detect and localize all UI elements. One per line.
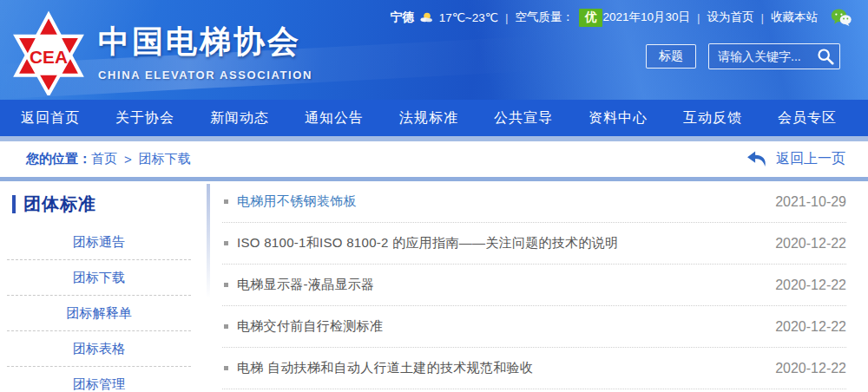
article-link[interactable]: 电梯 自动扶梯和自动人行道土建的技术规范和验收 — [237, 360, 533, 376]
nav-item-news[interactable]: 新闻动态 — [210, 109, 269, 127]
bullet-icon — [224, 199, 228, 204]
topbar-separator: | — [760, 11, 764, 24]
search-input[interactable] — [709, 44, 812, 69]
breadcrumb-bar: 您的位置： 首页 > 团标下载 返回上一页 — [0, 141, 868, 177]
list-item: 电梯显示器-液晶显示器 2020-12-22 — [222, 265, 846, 306]
sidebar: 团体标准 团标通告 团标下载 团标解释单 团标表格 团标管理 — [0, 181, 208, 392]
nav-item-members[interactable]: 会员专区 — [778, 109, 837, 127]
search-box — [708, 43, 840, 69]
article-link[interactable]: 电梯用不锈钢装饰板 — [237, 193, 357, 210]
article-date: 2021-10-29 — [775, 194, 846, 210]
search-field-select[interactable]: 标题 — [646, 44, 696, 69]
weather-temp: 17℃~23℃ — [439, 10, 498, 24]
bullet-icon — [224, 283, 228, 287]
bullet-icon — [224, 324, 228, 329]
cea-logo: CEA — [9, 10, 89, 95]
sidebar-title: 团体标准 — [23, 193, 96, 216]
main-nav: 返回首页 关于协会 新闻动态 通知公告 法规标准 公共宣导 资料中心 互动反馈 … — [0, 100, 868, 136]
article-list: 电梯用不锈钢装饰板 2021-10-29 ISO 8100-1和ISO 8100… — [208, 181, 868, 392]
list-item: ISO 8100-1和ISO 8100-2 的应用指南——关注问题的技术的说明 … — [222, 223, 846, 265]
topbar-right: 2021年10月30日 | 设为首页 | 收藏本站 — [602, 8, 852, 27]
sidebar-item-forms[interactable]: 团标表格 — [7, 331, 191, 367]
svg-text:CEA: CEA — [30, 47, 68, 67]
topbar-separator: | — [697, 11, 700, 24]
article-link[interactable]: 电梯交付前自行检测标准 — [237, 318, 383, 335]
nav-item-regulations[interactable]: 法规标准 — [399, 109, 458, 127]
search-bar: 标题 — [646, 43, 840, 69]
list-item: 电梯用不锈钢装饰板 2021-10-29 — [222, 181, 846, 223]
breadcrumb-current[interactable]: 团标下载 — [139, 151, 191, 167]
sidebar-title-row: 团体标准 — [0, 190, 208, 218]
topbar: 宁德 17℃~23℃ | 空气质量： 优 2021年10月30日 | 设为首页 … — [391, 7, 852, 28]
air-quality-label: 空气质量： — [515, 10, 574, 25]
article-date: 2020-12-22 — [775, 278, 846, 293]
article-date: 2020-12-22 — [775, 319, 846, 335]
sidebar-title-bar-icon — [12, 195, 16, 213]
article-link[interactable]: ISO 8100-1和ISO 8100-2 的应用指南——关注问题的技术的说明 — [237, 235, 618, 252]
breadcrumb-separator: > — [124, 152, 132, 167]
article-link[interactable]: 电梯显示器-液晶显示器 — [237, 277, 374, 293]
back-link[interactable]: 返回上一页 — [776, 150, 845, 168]
weather-sun-icon — [419, 10, 434, 24]
list-item: 电梯交付前自行检测标准 2020-12-22 — [222, 306, 846, 348]
weather-city: 宁德 — [391, 10, 414, 25]
sidebar-list: 团标通告 团标下载 团标解释单 团标表格 团标管理 — [0, 225, 208, 392]
nav-item-notices[interactable]: 通知公告 — [305, 109, 364, 127]
bullet-icon — [224, 366, 228, 370]
set-homepage-link[interactable]: 设为首页 — [707, 10, 753, 25]
air-quality-badge: 优 — [579, 9, 603, 27]
nav-item-home[interactable]: 返回首页 — [21, 109, 80, 127]
bullet-icon — [224, 241, 228, 245]
breadcrumb-home-link[interactable]: 首页 — [91, 151, 117, 167]
sidebar-item-management[interactable]: 团标管理 — [7, 367, 191, 392]
nav-item-publicity[interactable]: 公共宣导 — [494, 109, 553, 127]
breadcrumb-label: 您的位置： — [26, 151, 91, 167]
nav-item-resources[interactable]: 资料中心 — [589, 109, 648, 127]
add-favorite-link[interactable]: 收藏本站 — [771, 10, 818, 25]
search-icon — [816, 47, 835, 66]
search-button[interactable] — [815, 47, 836, 68]
article-date: 2020-12-22 — [775, 361, 846, 376]
sidebar-item-interpretations[interactable]: 团标解释单 — [7, 296, 191, 331]
wechat-icon[interactable] — [830, 8, 852, 27]
back-area: 返回上一页 — [746, 150, 845, 168]
nav-item-feedback[interactable]: 互动反馈 — [683, 109, 742, 127]
sidebar-item-downloads[interactable]: 团标下载 — [7, 260, 191, 296]
site-subtitle: CHINA ELEVATOR ASSOCIATION — [98, 69, 312, 82]
sidebar-item-notices[interactable]: 团标通告 — [7, 225, 191, 260]
search-field-label: 标题 — [659, 49, 683, 64]
site-title: 中国电梯协会 — [98, 21, 312, 63]
current-date: 2021年10月30日 — [602, 10, 690, 25]
topbar-separator: | — [505, 11, 509, 24]
nav-item-about[interactable]: 关于协会 — [115, 109, 174, 127]
site-header: CEA 中国电梯协会 CHINA ELEVATOR ASSOCIATION 宁德… — [0, 0, 868, 100]
column-divider — [207, 184, 210, 298]
back-arrow-icon[interactable] — [746, 151, 767, 167]
brand-block: 中国电梯协会 CHINA ELEVATOR ASSOCIATION — [98, 21, 312, 82]
content-area: 团体标准 团标通告 团标下载 团标解释单 团标表格 团标管理 电梯用不锈钢装饰板… — [0, 181, 868, 392]
list-item: 电梯 自动扶梯和自动人行道土建的技术规范和验收 2020-12-22 — [222, 348, 846, 389]
article-date: 2020-12-22 — [775, 236, 846, 252]
